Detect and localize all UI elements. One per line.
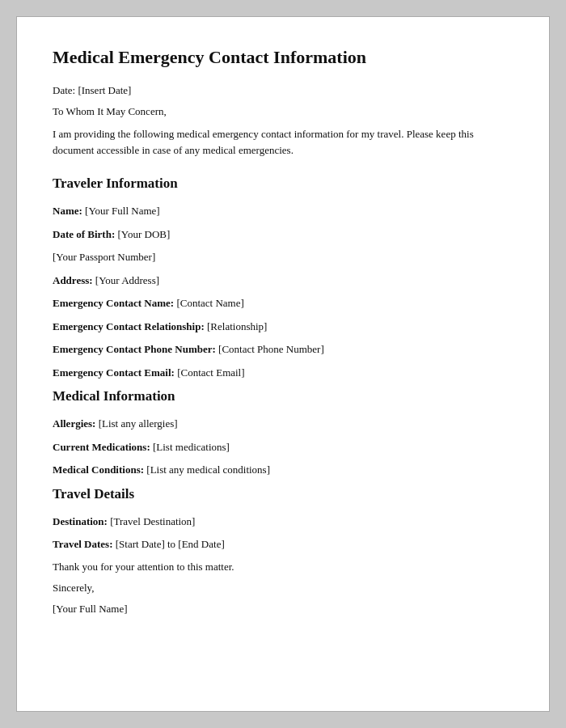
field-destination: Destination: [Travel Destination] <box>53 514 513 530</box>
travel-section: Travel Details Destination: [Travel Dest… <box>53 486 513 552</box>
field-name: Name: [Your Full Name] <box>53 203 513 219</box>
field-travel-dates-value: [Start Date] to [End Date] <box>116 538 225 550</box>
field-ec-phone-label: Emergency Contact Phone Number: <box>53 343 216 355</box>
field-conditions: Medical Conditions: [List any medical co… <box>53 462 513 478</box>
field-ec-name-label: Emergency Contact Name: <box>53 297 174 309</box>
traveler-section: Traveler Information Name: [Your Full Na… <box>53 176 513 380</box>
field-allergies-value: [List any allergies] <box>99 417 178 430</box>
medical-heading: Medical Information <box>53 388 513 404</box>
date-line: Date: [Insert Date] <box>53 84 513 97</box>
field-ec-relationship-value: [Relationship] <box>207 320 267 332</box>
field-address-value: [Your Address] <box>95 274 159 286</box>
field-ec-email: Emergency Contact Email: [Contact Email] <box>53 365 513 381</box>
field-medications-label: Current Medications: <box>53 441 150 453</box>
field-ec-phone-value: [Contact Phone Number] <box>218 343 324 355</box>
field-name-label: Name: <box>53 205 82 217</box>
document-container: Medical Emergency Contact Information Da… <box>16 16 550 712</box>
field-dob: Date of Birth: [Your DOB] <box>53 226 513 243</box>
field-dob-label: Date of Birth: <box>53 228 115 240</box>
travel-heading: Travel Details <box>53 486 513 502</box>
field-conditions-label: Medical Conditions: <box>53 463 144 476</box>
closing-text: Thank you for your attention to this mat… <box>53 561 513 574</box>
field-conditions-value: [List any medical conditions] <box>146 463 270 476</box>
field-destination-value: [Travel Destination] <box>110 515 195 527</box>
field-travel-dates: Travel Dates: [Start Date] to [End Date] <box>53 536 513 552</box>
signature-text: [Your Full Name] <box>53 603 513 616</box>
field-allergies: Allergies: [List any allergies] <box>53 416 513 432</box>
field-ec-name-value: [Contact Name] <box>176 297 243 309</box>
field-travel-dates-label: Travel Dates: <box>53 538 112 550</box>
field-destination-label: Destination: <box>53 515 108 527</box>
field-address: Address: [Your Address] <box>53 273 513 289</box>
intro-paragraph: I am providing the following medical eme… <box>53 126 513 160</box>
salutation: To Whom It May Concern, <box>53 105 513 118</box>
field-ec-email-value: [Contact Email] <box>177 366 244 379</box>
field-ec-relationship: Emergency Contact Relationship: [Relatio… <box>53 319 513 335</box>
field-ec-name: Emergency Contact Name: [Contact Name] <box>53 295 513 311</box>
field-dob-value: [Your DOB] <box>118 228 171 240</box>
field-allergies-label: Allergies: <box>53 417 95 430</box>
field-passport: [Your Passport Number] <box>53 249 513 265</box>
field-passport-value: [Your Passport Number] <box>53 251 155 263</box>
field-name-value: [Your Full Name] <box>85 205 160 217</box>
field-medications: Current Medications: [List medications] <box>53 439 513 455</box>
field-ec-email-label: Emergency Contact Email: <box>53 366 175 379</box>
document-title: Medical Emergency Contact Information <box>53 46 513 70</box>
field-address-label: Address: <box>53 274 93 286</box>
field-medications-value: [List medications] <box>153 441 230 453</box>
medical-section: Medical Information Allergies: [List any… <box>53 388 513 478</box>
traveler-heading: Traveler Information <box>53 176 513 192</box>
field-ec-relationship-label: Emergency Contact Relationship: <box>53 320 205 332</box>
field-ec-phone: Emergency Contact Phone Number: [Contact… <box>53 341 513 358</box>
sincerely-text: Sincerely, <box>53 582 513 595</box>
